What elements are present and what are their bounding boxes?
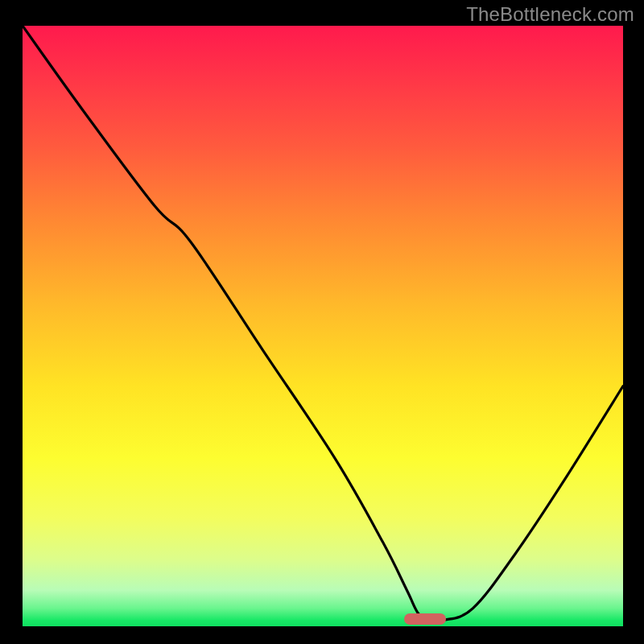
curve-path xyxy=(23,26,623,621)
watermark-text: TheBottleneck.com xyxy=(466,3,634,26)
curve-svg xyxy=(23,26,623,626)
optimal-marker xyxy=(404,613,446,625)
plot-area xyxy=(23,26,623,626)
